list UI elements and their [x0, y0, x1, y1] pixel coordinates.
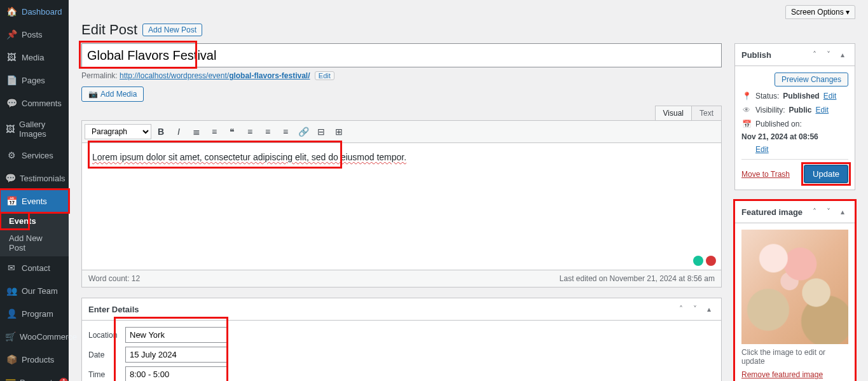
move-up-icon[interactable]: ˄: [809, 206, 820, 218]
bullet-list-button[interactable]: ≣: [188, 123, 205, 140]
menu-icon: 💬: [5, 172, 16, 184]
align-left-button[interactable]: ≡: [242, 123, 258, 140]
align-center-button[interactable]: ≡: [259, 123, 276, 140]
bold-button[interactable]: B: [153, 123, 169, 140]
featured-image-thumbnail[interactable]: [741, 230, 848, 344]
location-input[interactable]: [125, 327, 227, 343]
edit-visibility-link[interactable]: Edit: [815, 106, 829, 114]
move-to-trash-link[interactable]: Move to Trash: [741, 170, 790, 179]
menu-icon: 🛒: [5, 330, 16, 343]
menu-icon: 📅: [5, 195, 18, 207]
move-up-icon[interactable]: ˄: [675, 303, 687, 315]
text-tab[interactable]: Text: [691, 106, 722, 120]
sidebar-item-woocommerce[interactable]: 🛒WooCommerce: [0, 325, 69, 348]
menu-icon: 📌: [5, 28, 18, 41]
sidebar-item-testimonials[interactable]: 💬Testimonials: [0, 167, 69, 190]
visual-tab[interactable]: Visual: [655, 106, 692, 120]
menu-icon: 👥: [5, 284, 18, 297]
move-down-icon[interactable]: ˅: [689, 303, 701, 315]
sidebar-item-comments[interactable]: 💬Comments: [0, 92, 69, 114]
location-label: Location: [88, 331, 119, 340]
quote-button[interactable]: ❝: [224, 123, 240, 140]
time-label: Time: [88, 370, 119, 379]
featured-caption: Click the image to edit or update: [741, 348, 848, 366]
calendar-icon: 📅: [741, 120, 752, 128]
preview-button[interactable]: Preview Changes: [775, 73, 848, 87]
editor-toolbar: Paragraph B I ≣ ≡ ❝ ≡ ≡ ≡ 🔗 ⊟ ⊞: [81, 120, 722, 143]
sidebar-item-products[interactable]: 📦Products: [0, 348, 69, 371]
word-count: Word count: 12: [88, 274, 140, 283]
last-edited: Last edited on November 21, 2024 at 8:56…: [560, 274, 715, 283]
pin-icon: 📍: [741, 92, 752, 100]
sidebar-item-media[interactable]: 🖼Media: [0, 46, 69, 69]
sidebar-item-our-team[interactable]: 👥Our Team: [0, 279, 69, 302]
menu-icon: ✉: [5, 261, 18, 274]
edit-permalink-button[interactable]: Edit: [315, 71, 334, 80]
format-select[interactable]: Paragraph: [85, 124, 151, 139]
sidebar-item-posts[interactable]: 📌Posts: [0, 23, 69, 46]
sidebar-item-program[interactable]: 👤Program: [0, 302, 69, 325]
add-media-button[interactable]: 📷 Add Media: [81, 87, 144, 102]
edit-status-link[interactable]: Edit: [823, 92, 837, 100]
editor-content: Lorem ipsum dolor sit amet, consectetur …: [92, 152, 406, 162]
toggle-icon[interactable]: ▴: [703, 303, 715, 315]
submenu-item[interactable]: Add New Post: [0, 230, 69, 256]
menu-icon: 👤: [5, 307, 18, 320]
italic-button[interactable]: I: [170, 123, 187, 140]
toggle-icon[interactable]: ▴: [837, 49, 848, 60]
menu-icon: 🖼: [5, 51, 18, 64]
sidebar-item-services[interactable]: ⚙Services: [0, 144, 69, 167]
date-input[interactable]: [125, 347, 227, 363]
sidebar-item-dashboard[interactable]: 🏠Dashboard: [0, 0, 69, 23]
menu-icon: 📄: [5, 74, 18, 87]
toggle-icon[interactable]: ▴: [837, 206, 848, 218]
update-button[interactable]: Update: [804, 165, 848, 183]
sidebar-item-payments[interactable]: 💳Payments1: [0, 371, 69, 381]
align-right-button[interactable]: ≡: [277, 123, 294, 140]
sidebar-item-pages[interactable]: 📄Pages: [0, 69, 69, 92]
move-down-icon[interactable]: ˅: [823, 206, 834, 218]
sidebar-item-events[interactable]: 📅Events: [0, 190, 69, 212]
move-up-icon[interactable]: ˄: [809, 49, 820, 60]
post-title-input[interactable]: [81, 43, 722, 67]
time-input[interactable]: [125, 366, 227, 381]
toolbar-toggle-button[interactable]: ⊞: [331, 123, 347, 140]
date-label: Date: [88, 350, 119, 359]
permalink-link[interactable]: http://localhost/wordpress/event/global-…: [120, 71, 310, 80]
page-title: Edit Post: [81, 22, 137, 38]
menu-icon: 🖼: [5, 123, 15, 135]
permalink-row: Permalink: http://localhost/wordpress/ev…: [81, 71, 722, 80]
admin-sidebar: 🏠Dashboard📌Posts🖼Media📄Pages💬Comments🖼Ga…: [0, 0, 69, 381]
camera-icon: 📷: [88, 90, 98, 99]
edit-date-link[interactable]: Edit: [755, 145, 769, 154]
editor-canvas[interactable]: Lorem ipsum dolor sit amet, consectetur …: [81, 143, 722, 270]
move-down-icon[interactable]: ˅: [823, 49, 834, 60]
sidebar-item-gallery-images[interactable]: 🖼Gallery Images: [0, 114, 69, 144]
submenu-item[interactable]: Events: [0, 212, 69, 230]
sidebar-item-contact[interactable]: ✉Contact: [0, 256, 69, 279]
menu-icon: 📦: [5, 353, 18, 366]
permalink-label: Permalink:: [81, 71, 118, 80]
details-title: Enter Details: [88, 305, 139, 314]
grammarly-icon[interactable]: [693, 256, 703, 266]
readmore-button[interactable]: ⊟: [313, 123, 329, 140]
grammarly-alert-icon[interactable]: [706, 256, 716, 266]
screen-options-button[interactable]: Screen Options ▾: [785, 5, 855, 19]
eye-icon: 👁: [741, 106, 752, 114]
badge: 1: [59, 378, 68, 381]
menu-icon: 🏠: [5, 5, 18, 18]
publish-title: Publish: [741, 50, 771, 60]
menu-icon: 💳: [5, 376, 16, 381]
featured-title: Featured image: [741, 207, 803, 217]
menu-icon: ⚙: [5, 149, 18, 162]
add-new-post-button[interactable]: Add New Post: [142, 24, 202, 36]
main-content: Screen Options ▾ Edit Post Add New Post …: [69, 0, 868, 381]
numbered-list-button[interactable]: ≡: [206, 123, 223, 140]
link-button[interactable]: 🔗: [295, 123, 312, 140]
remove-featured-link[interactable]: Remove featured image: [741, 370, 823, 379]
menu-icon: 💬: [5, 97, 18, 109]
